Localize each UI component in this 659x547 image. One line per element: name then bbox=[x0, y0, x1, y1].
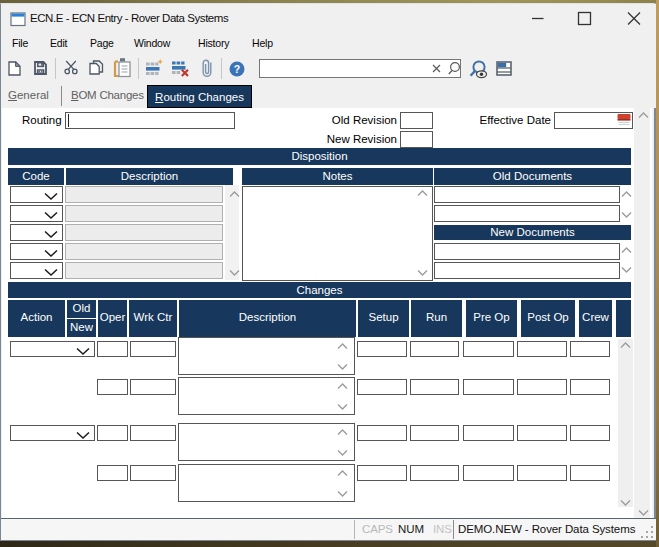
svg-text:?: ? bbox=[234, 63, 240, 75]
